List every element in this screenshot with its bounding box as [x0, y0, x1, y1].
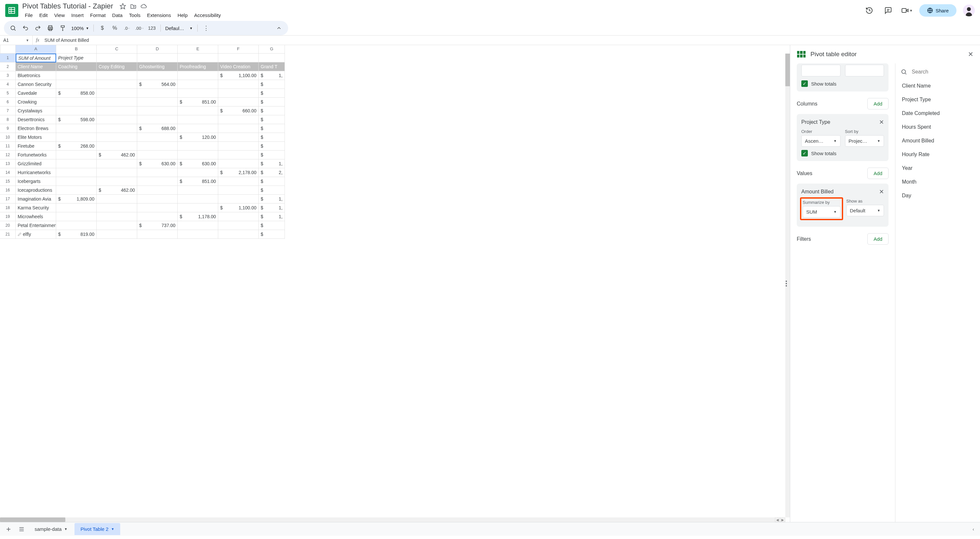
- cell[interactable]: $: [259, 230, 285, 239]
- cell[interactable]: $462.00: [97, 186, 137, 195]
- cell[interactable]: [218, 115, 259, 124]
- cell[interactable]: $851.00: [178, 177, 218, 186]
- font-select[interactable]: Defaul…▼: [165, 25, 193, 31]
- row-header-17[interactable]: 17: [0, 195, 16, 204]
- cell[interactable]: $: [259, 89, 285, 98]
- cell[interactable]: [137, 133, 178, 142]
- cell[interactable]: [97, 159, 137, 168]
- chevron-down-icon[interactable]: ▼: [111, 527, 115, 531]
- menu-accessibility[interactable]: Accessibility: [191, 11, 223, 19]
- sortby-dropdown[interactable]: Project …▼: [845, 135, 884, 147]
- field-search-input[interactable]: [912, 69, 977, 75]
- cell[interactable]: [56, 168, 97, 177]
- paint-format-icon[interactable]: [59, 24, 67, 32]
- cell[interactable]: elfly: [16, 230, 56, 239]
- row-header-6[interactable]: 6: [0, 98, 16, 107]
- field-item[interactable]: Hourly Rate: [900, 148, 975, 161]
- cell[interactable]: [97, 168, 137, 177]
- cell[interactable]: Crowking: [16, 98, 56, 107]
- remove-chip-icon[interactable]: ✕: [879, 119, 884, 126]
- cell[interactable]: $: [259, 98, 285, 107]
- cell[interactable]: [218, 195, 259, 204]
- row-header-14[interactable]: 14: [0, 168, 16, 177]
- cell[interactable]: $819.00: [56, 230, 97, 239]
- cell[interactable]: $564.00: [137, 80, 178, 89]
- cell[interactable]: $1,: [259, 71, 285, 80]
- cell[interactable]: [178, 54, 218, 62]
- col-header-A[interactable]: A: [16, 45, 56, 54]
- pivot-col-header[interactable]: Client Name: [16, 62, 56, 71]
- cell[interactable]: [56, 71, 97, 80]
- cell[interactable]: [137, 186, 178, 195]
- cell[interactable]: $858.00: [56, 89, 97, 98]
- cell[interactable]: $1,: [259, 159, 285, 168]
- menu-insert[interactable]: Insert: [68, 11, 86, 19]
- field-item[interactable]: Year: [900, 161, 975, 175]
- cell[interactable]: $2,: [259, 168, 285, 177]
- cell[interactable]: $1,178.00: [178, 212, 218, 221]
- dropdown-partial-2[interactable]: [845, 65, 884, 76]
- cell[interactable]: Elite Motors: [16, 133, 56, 142]
- close-icon[interactable]: ✕: [968, 50, 974, 58]
- cell[interactable]: $: [259, 115, 285, 124]
- cell[interactable]: [137, 230, 178, 239]
- cell[interactable]: [218, 80, 259, 89]
- cloud-icon[interactable]: [140, 3, 147, 10]
- comment-icon[interactable]: [882, 4, 894, 17]
- row-header-5[interactable]: 5: [0, 89, 16, 98]
- cell[interactable]: $688.00: [137, 124, 178, 133]
- add-columns-button[interactable]: Add: [867, 98, 889, 110]
- cell[interactable]: [218, 159, 259, 168]
- cell[interactable]: $1,: [259, 204, 285, 212]
- meet-icon[interactable]: ▼: [901, 4, 913, 17]
- cell[interactable]: [97, 177, 137, 186]
- scroll-left-icon[interactable]: ◀: [775, 517, 780, 522]
- cell[interactable]: [218, 151, 259, 159]
- cell[interactable]: $1,809.00: [56, 195, 97, 204]
- col-header-G[interactable]: G: [259, 45, 285, 54]
- cell[interactable]: [137, 98, 178, 107]
- cell[interactable]: [56, 151, 97, 159]
- row-header-18[interactable]: 18: [0, 204, 16, 212]
- cell[interactable]: [178, 89, 218, 98]
- name-box[interactable]: A1▼: [0, 36, 33, 45]
- cell[interactable]: [97, 54, 137, 62]
- cell[interactable]: [97, 142, 137, 151]
- field-item[interactable]: Amount Billed: [900, 134, 975, 148]
- format-number-icon[interactable]: 123: [148, 24, 156, 32]
- cell[interactable]: [137, 168, 178, 177]
- cell[interactable]: [178, 124, 218, 133]
- cell[interactable]: [178, 142, 218, 151]
- cell[interactable]: [218, 54, 259, 62]
- row-header-13[interactable]: 13: [0, 159, 16, 168]
- cell-A1[interactable]: SUM of Amount: [16, 54, 56, 62]
- cell[interactable]: [218, 212, 259, 221]
- cell[interactable]: Microwheels: [16, 212, 56, 221]
- cell[interactable]: Hurricanetworks: [16, 168, 56, 177]
- cell[interactable]: $1,100.00: [218, 71, 259, 80]
- cell[interactable]: [218, 124, 259, 133]
- cell[interactable]: [178, 80, 218, 89]
- cell[interactable]: [137, 177, 178, 186]
- sheets-logo[interactable]: [5, 4, 18, 17]
- cell[interactable]: [137, 151, 178, 159]
- cell[interactable]: [259, 54, 285, 62]
- sheet-tab-pivot-table-2[interactable]: Pivot Table 2▼: [75, 523, 120, 535]
- add-filters-button[interactable]: Add: [867, 233, 889, 245]
- cell[interactable]: Bluetronics: [16, 71, 56, 80]
- increase-decimal-icon[interactable]: .00→: [135, 24, 143, 32]
- col-header-B[interactable]: B: [56, 45, 97, 54]
- row-header-9[interactable]: 9: [0, 124, 16, 133]
- cell[interactable]: $2,178.00: [218, 168, 259, 177]
- cell[interactable]: [97, 98, 137, 107]
- row-header-10[interactable]: 10: [0, 133, 16, 142]
- field-item[interactable]: Month: [900, 175, 975, 189]
- zoom-select[interactable]: 100%▼: [71, 25, 89, 31]
- cell[interactable]: Imagination Avia: [16, 195, 56, 204]
- cell[interactable]: $1,: [259, 212, 285, 221]
- menu-data[interactable]: Data: [110, 11, 125, 19]
- star-icon[interactable]: [119, 3, 126, 10]
- decrease-decimal-icon[interactable]: .0←: [123, 24, 131, 32]
- cell[interactable]: Deserttronics: [16, 115, 56, 124]
- row-header-21[interactable]: 21: [0, 230, 16, 239]
